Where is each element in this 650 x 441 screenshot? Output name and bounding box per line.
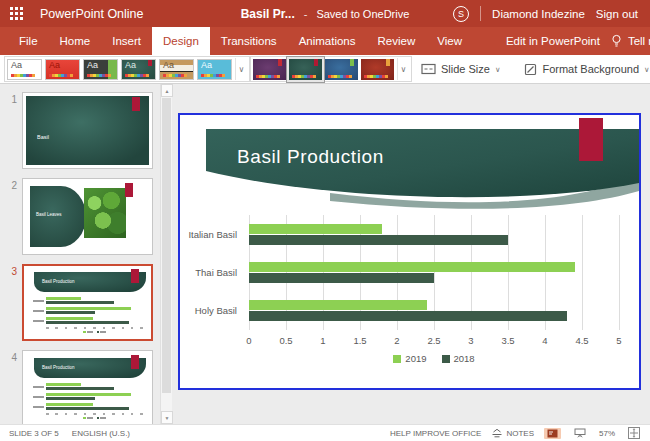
document-title-group: Basil Pr... - Saved to OneDrive (241, 7, 410, 21)
chart-bar-row (249, 253, 619, 291)
chart-bar-2018[interactable] (249, 311, 567, 321)
topbar-divider (480, 6, 481, 21)
themes-gallery: AaAaAaAaAaAa∨ (4, 56, 250, 82)
powerpoint-online-window: PowerPoint Online Basil Pr... - Saved to… (0, 0, 650, 441)
tab-design[interactable]: Design (152, 27, 210, 55)
notes-button[interactable]: NOTES (491, 428, 534, 438)
slide-number: 2 (0, 178, 22, 255)
scrollbar-thumb[interactable] (162, 98, 171, 393)
skype-icon[interactable]: S (453, 6, 469, 22)
variants-gallery-more-button[interactable]: ∨ (397, 58, 409, 80)
theme-thumbnail-sky[interactable]: Aa (197, 59, 232, 80)
document-title[interactable]: Basil Pr... (241, 7, 295, 21)
tab-home[interactable]: Home (49, 27, 102, 55)
chart-bar-2018[interactable] (249, 235, 508, 245)
slide-thumbnail-3[interactable]: 3Basil Production (0, 264, 160, 341)
slide-size-button[interactable]: Slide Size ∨ (412, 56, 509, 82)
save-status: Saved to OneDrive (316, 8, 409, 20)
variant-thumbnail-red[interactable] (361, 59, 394, 80)
slide-title-text[interactable]: Basil Production (237, 146, 384, 168)
theme-thumbnail-red[interactable]: Aa (45, 59, 80, 80)
chart-bar-2018[interactable] (249, 273, 434, 283)
fit-to-window-icon (628, 427, 640, 439)
tell-me-button[interactable]: Tell me what you want to do (611, 27, 650, 55)
legend-item-2018: 2018 (442, 353, 475, 364)
theme-thumbnail-wood[interactable]: Aa (159, 59, 194, 80)
chart-category-label: Italian Basil (180, 215, 244, 253)
slide-size-icon (421, 63, 436, 75)
language-indicator[interactable]: ENGLISH (U.S.) (72, 429, 130, 438)
slideshow-view-button[interactable] (571, 427, 589, 439)
lightbulb-icon (611, 34, 622, 48)
chart-category-label: Holy Basil (180, 292, 244, 330)
chart-bar-2019[interactable] (249, 262, 575, 272)
mini-chart (33, 297, 143, 333)
chart-bar-2019[interactable] (249, 224, 382, 234)
fit-to-window-button[interactable] (625, 426, 643, 440)
axis-tick-label: 0.5 (279, 335, 292, 346)
slide-canvas[interactable]: Basil Production Italian BasilThai Basil… (178, 113, 641, 390)
chevron-down-icon: ∨ (644, 65, 650, 74)
themes-gallery-more-button[interactable]: ∨ (235, 58, 247, 80)
legend-item-2019: 2019 (393, 353, 426, 364)
thumbnail-title: Basil (37, 134, 49, 140)
top-app-bar: PowerPoint Online Basil Pr... - Saved to… (0, 0, 650, 27)
slide-number: 1 (0, 92, 22, 169)
help-improve-office-link[interactable]: HELP IMPROVE OFFICE (390, 429, 481, 438)
editing-view-button[interactable] (544, 428, 561, 439)
tab-edit-in-powerpoint[interactable]: Edit in PowerPoint (495, 27, 611, 55)
slide-thumbnail-1[interactable]: 1Basil (0, 92, 160, 169)
bookmark-ribbon-shape (131, 355, 139, 369)
axis-tick-label: 4 (542, 335, 547, 346)
app-launcher-icon[interactable] (10, 7, 23, 20)
format-background-button[interactable]: Format Background ∨ (515, 56, 650, 82)
slide-thumbnail-4[interactable]: 4Basil Production (0, 350, 160, 424)
axis-tick-label: 0 (246, 335, 251, 346)
notes-icon (491, 428, 503, 438)
mini-chart (33, 383, 143, 419)
scroll-down-button[interactable]: ▼ (161, 411, 173, 424)
theme-thumbnail-teal[interactable]: Aa (121, 59, 156, 80)
theme-thumbnail-white[interactable]: Aa (7, 59, 42, 80)
thumbnail-scrollbar[interactable]: ▲ ▼ (160, 84, 172, 424)
tab-review[interactable]: Review (367, 27, 427, 55)
chart-bar-row (249, 215, 619, 253)
chevron-down-icon: ∨ (495, 65, 501, 74)
tab-transitions[interactable]: Transitions (210, 27, 288, 55)
chart-category-label: Thai Basil (180, 253, 244, 291)
chart-bar-2019[interactable] (249, 300, 427, 310)
zoom-level[interactable]: 57% (599, 429, 615, 438)
bookmark-ribbon-shape (579, 118, 603, 161)
variant-thumbnail-green[interactable] (289, 59, 322, 80)
gridline (619, 215, 620, 330)
user-name[interactable]: Diamond Indezine (492, 8, 585, 20)
chart-legend: 20192018 (249, 353, 619, 364)
ribbon-content: AaAaAaAaAaAa∨ ∨ Slide Size ∨ Format Back… (0, 55, 650, 84)
tab-file[interactable]: File (8, 27, 49, 55)
theme-thumbnail-charcoal[interactable]: Aa (83, 59, 118, 80)
account-area: S Diamond Indezine Sign out (453, 6, 638, 22)
bookmark-ribbon-shape (131, 269, 139, 283)
variant-thumbnail-blue[interactable] (325, 59, 358, 80)
chart-plot-area[interactable] (249, 215, 619, 330)
tab-insert[interactable]: Insert (101, 27, 152, 55)
scroll-up-button[interactable]: ▲ (161, 84, 173, 97)
sign-out-button[interactable]: Sign out (596, 8, 638, 20)
slide-size-label: Slide Size (441, 63, 490, 75)
title-separator: - (304, 8, 308, 20)
bookmark-ribbon-shape (125, 183, 133, 197)
axis-tick-label: 2.5 (427, 335, 440, 346)
tab-animations[interactable]: Animations (288, 27, 367, 55)
axis-tick-label: 1.5 (353, 335, 366, 346)
thumbnail-title: Basil Production (42, 365, 75, 370)
status-bar: SLIDE 3 OF 5 ENGLISH (U.S.) HELP IMPROVE… (0, 424, 650, 441)
tell-me-label: Tell me what you want to do (628, 35, 650, 47)
slide-thumbnail-2[interactable]: 2Basil Leaves (0, 178, 160, 255)
thumbnail-title: Basil Leaves (36, 212, 62, 217)
axis-tick-label: 2 (394, 335, 399, 346)
bookmark-ribbon-shape (132, 97, 140, 111)
variant-thumbnail-purple[interactable] (253, 59, 286, 80)
tab-view[interactable]: View (426, 27, 473, 55)
slide-number: 3 (0, 264, 22, 341)
axis-tick-label: 3.5 (501, 335, 514, 346)
